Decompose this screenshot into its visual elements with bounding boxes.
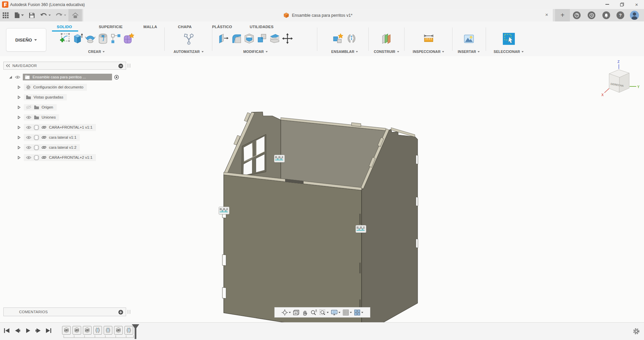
tree-row-root[interactable]: Ensamble casa para perritos ... [3,73,119,81]
tree-row-component[interactable]: cara lateral v1:1 [3,133,80,141]
doghouse-assembly-model[interactable] [0,56,644,322]
construction-plane-icon[interactable] [381,32,393,45]
tree-row-joints[interactable]: Uniones [3,113,59,121]
expander-collapsed-icon[interactable] [17,95,21,99]
visibility-eye-icon[interactable] [15,75,20,79]
help-icon[interactable]: ? [616,11,624,19]
tree-row-origin[interactable]: Origen [3,103,57,111]
group-label-construir[interactable]: CONSTRUIR [374,50,399,54]
tab-chapa[interactable]: CHAPA [178,25,192,29]
group-label-ensamblar[interactable]: ENSAMBLAR [331,50,359,54]
viewcube[interactable]: Z DERECHA Y X [597,59,642,101]
joint-icon[interactable] [345,32,358,45]
extensions-icon[interactable] [573,11,581,19]
viewport-canvas[interactable]: Z DERECHA Y X NAVEGADOR [0,56,644,322]
tree-row-component[interactable]: CARA+FRONTAL+2 v1:1 [3,153,96,161]
activate-component-radio-icon[interactable] [114,75,119,80]
visibility-eye-icon[interactable] [26,156,32,159]
new-component-icon[interactable] [332,32,344,45]
window-minimize-button[interactable] [600,0,614,9]
insert-image-icon[interactable] [463,32,475,45]
joint-glyph-badge[interactable] [356,225,366,233]
visibility-eye-icon[interactable] [26,146,32,149]
collapse-panel-icon[interactable] [6,64,10,67]
redo-button[interactable] [53,9,68,21]
panel-grip-handle[interactable] [128,64,130,68]
tree-row-doc-settings[interactable]: Configuración del documento [3,83,87,91]
group-label-seleccionar[interactable]: SELECCIONAR [494,50,524,54]
timeline-play-button[interactable] [24,327,32,335]
joint-glyph-badge[interactable] [219,207,229,214]
visibility-eye-icon[interactable] [26,136,32,139]
measure-icon[interactable] [423,32,435,45]
tab-utilidades[interactable]: UTILIDADES [250,25,274,29]
timeline-item-linked-component[interactable] [62,326,71,335]
move-icon[interactable] [282,32,293,45]
document-tab[interactable]: Ensamble casa para perritos v1* × [83,9,553,21]
timeline-item-joint[interactable] [104,326,112,335]
pan-button[interactable] [302,309,308,316]
visibility-eye-icon[interactable] [26,126,32,129]
add-comment-icon[interactable] [118,310,123,315]
look-at-button[interactable] [293,309,300,316]
timeline-item-linked-component[interactable] [114,326,123,335]
app-grid-icon[interactable] [0,9,11,21]
hole-icon[interactable] [97,32,109,45]
fillet-icon[interactable] [231,32,242,45]
revolve-icon[interactable] [85,32,96,45]
file-menu-button[interactable] [11,9,26,21]
timeline-item-linked-component[interactable] [83,326,92,335]
expander-collapsed-icon[interactable] [17,136,21,139]
expander-collapsed-icon[interactable] [17,156,21,159]
tree-row-component[interactable]: CARA+FRONTAL+1 v1:1 [3,123,96,131]
workspace-selector[interactable]: DISEÑO [6,28,46,52]
form-icon[interactable] [123,32,134,45]
timeline-playhead[interactable] [131,324,140,339]
tab-solido[interactable]: SOLIDO [57,25,72,29]
timeline-step-back-button[interactable] [13,327,21,335]
shell-icon[interactable] [244,32,255,45]
select-icon[interactable] [502,32,515,45]
visibility-off-eye-icon[interactable] [26,105,32,109]
comments-panel-header[interactable]: COMENTARIOS [3,308,126,316]
split-body-icon[interactable] [269,32,280,45]
visibility-eye-icon[interactable] [26,116,32,119]
panel-grip-handle[interactable] [128,310,130,314]
window-restore-button[interactable] [614,0,629,9]
orbit-button[interactable] [281,309,291,316]
grid-snap-button[interactable] [342,309,352,316]
save-button[interactable] [26,9,38,21]
tab-plastico[interactable]: PLÁSTICO [212,25,232,29]
zoom-button[interactable] [310,309,317,316]
tree-row-saved-views[interactable]: Vistas guardadas [3,93,67,101]
timeline-item-linked-component[interactable] [72,326,81,335]
group-label-inspeccionar[interactable]: INSPECCIONAR [413,50,445,54]
window-close-button[interactable]: × [629,0,644,9]
user-avatar[interactable] [630,11,639,20]
expander-collapsed-icon[interactable] [17,146,21,149]
notifications-bell-icon[interactable] [602,11,610,19]
timeline-item-joint[interactable] [93,326,102,335]
new-document-tab-button[interactable]: + [555,9,570,21]
group-label-modificar[interactable]: MODIFICAR [243,50,268,54]
viewports-button[interactable] [354,309,363,316]
group-label-automatizar[interactable]: AUTOMATIZAR [173,50,204,54]
tab-malla[interactable]: MALLA [143,25,157,29]
group-label-crear[interactable]: CREAR [88,50,105,54]
document-tab-close-icon[interactable]: × [543,11,550,18]
timeline-go-to-start-button[interactable] [3,327,11,335]
tab-superficie[interactable]: SUPERFICIE [99,25,122,29]
navigator-panel-header[interactable]: NAVEGADOR [3,62,126,70]
expander-expanded-icon[interactable] [9,75,12,79]
collapse-circle-icon[interactable] [118,64,123,68]
job-status-clock-icon[interactable] [588,11,595,19]
extrude-icon[interactable] [72,32,83,45]
timeline-go-to-end-button[interactable] [45,327,53,335]
timeline-step-forward-button[interactable] [34,327,42,335]
joint-glyph-badge[interactable] [274,155,285,162]
combine-icon[interactable] [256,32,268,45]
expander-collapsed-icon[interactable] [17,106,21,109]
undo-button[interactable] [38,9,53,21]
pattern-icon[interactable] [110,32,121,45]
expander-collapsed-icon[interactable] [17,126,21,129]
